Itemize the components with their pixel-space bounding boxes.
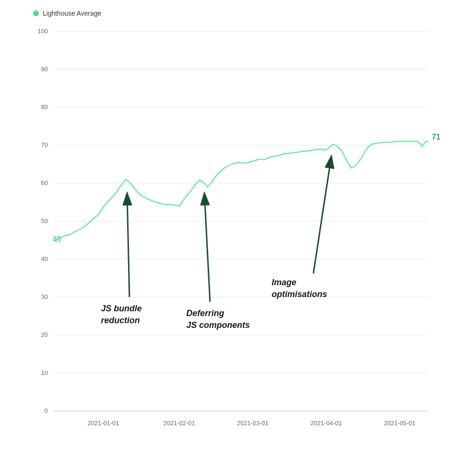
y-label-80: 80 [41,103,48,111]
annotation-label-js-bundle-2: reduction [101,316,140,325]
annotation-label-js-bundle-1: JS bundle [101,304,142,313]
annotation-label-image-opt-1: Image [272,278,296,287]
y-label-0: 0 [45,407,48,414]
y-label-100: 100 [37,28,48,35]
annotation-label-deferring-2: JS components [186,320,250,330]
x-label-feb: 2021-02-01 [164,420,195,427]
y-label-70: 70 [41,141,48,149]
y-label-60: 60 [41,179,48,187]
x-label-mar: 2021-03-01 [237,420,269,427]
annotation-arrow-image-opt [313,156,331,273]
legend-label: Lighthouse Average [43,9,101,17]
annotation-arrow-deferring-js [204,193,210,302]
lighthouse-line [56,141,428,240]
chart-legend: Lighthouse Average [28,9,439,17]
legend-dot [33,10,39,16]
y-label-30: 30 [41,293,48,300]
chart-container: Lighthouse Average 100 90 80 70 60 [0,0,458,476]
y-label-20: 20 [41,331,48,338]
chart-area: 100 90 80 70 60 50 40 30 20 10 0 2021-01… [28,22,439,439]
annotation-label-deferring-1: Deferring [186,308,224,318]
annotation-arrow-js-bundle [127,193,129,297]
start-value-label: 45 [53,235,61,243]
y-label-10: 10 [41,369,48,376]
y-label-90: 90 [41,65,48,73]
x-label-may: 2021-05-01 [384,420,416,427]
y-label-50: 50 [41,217,48,224]
chart-svg: 100 90 80 70 60 50 40 30 20 10 0 2021-01… [28,22,439,439]
annotation-label-image-opt-2: optimisations [272,289,327,299]
x-label-jan: 2021-01-01 [88,420,119,427]
x-label-apr: 2021-04-01 [311,420,342,427]
end-value-label: 71 [432,133,440,141]
y-label-40: 40 [41,255,48,262]
